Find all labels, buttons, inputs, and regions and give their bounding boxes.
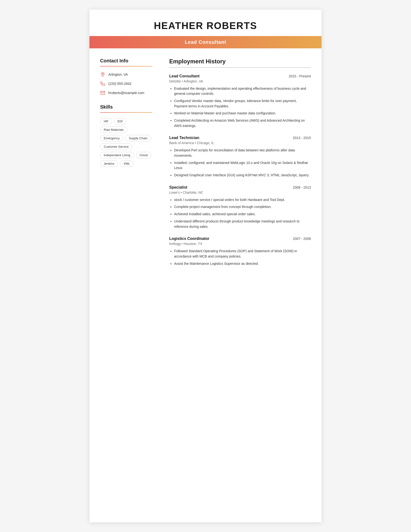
job-header: Lead Technician2013 - 2015 <box>169 136 311 140</box>
sidebar: Contact Info Arlington, VA <box>89 58 159 274</box>
skills-divider <box>100 112 152 113</box>
phone-icon <box>100 81 105 86</box>
contact-divider <box>100 66 152 66</box>
job-entry: Logistics Coordinator2007 - 2008Kellogg … <box>169 237 311 266</box>
job-bullets: stock / customer service / special order… <box>169 197 311 229</box>
job-bullet: Evaluated the design, implementation and… <box>174 86 311 96</box>
phone-value: (220) 555-2842 <box>108 82 131 86</box>
location-icon <box>100 72 105 77</box>
skill-tag: Independent Living <box>100 152 134 158</box>
employment-section-title: Employment History <box>169 58 311 65</box>
contact-phone: (220) 555-2842 <box>100 81 152 86</box>
job-dates: 2013 - 2015 <box>293 136 311 140</box>
candidate-title: Lead Consultant <box>185 39 226 45</box>
jobs-container: Lead Consultant2015 - PresentDeloitte • … <box>169 74 311 266</box>
job-bullet: Developed Perl scripts for reconciliatio… <box>174 148 311 158</box>
job-entry: Specialist2008 - 2013Lowe's • Charlotte,… <box>169 185 311 229</box>
location-value: Arlington, VA <box>108 73 128 76</box>
job-bullet: stock / customer service / special order… <box>174 197 311 203</box>
job-bullets: Developed Perl scripts for reconciliatio… <box>169 148 311 178</box>
job-title: Specialist <box>169 185 187 190</box>
job-header: Logistics Coordinator2007 - 2008 <box>169 237 311 241</box>
skill-tag: Jenkins <box>100 160 118 167</box>
resume-container: HEATHER ROBERTS Lead Consultant Contact … <box>89 10 322 522</box>
job-bullet: Understand different products through pr… <box>174 219 311 229</box>
job-company: Deloitte • Arlington, VA <box>169 79 311 83</box>
job-bullet: Installed, configured, and maintained We… <box>174 160 311 171</box>
title-bar: Lead Consultant <box>89 36 322 48</box>
job-entry: Lead Consultant2015 - PresentDeloitte • … <box>169 74 311 129</box>
skill-tag: Raw Materials <box>100 126 127 133</box>
job-dates: 2015 - Present <box>289 74 311 78</box>
job-header: Lead Consultant2015 - Present <box>169 74 311 78</box>
email-icon <box>100 90 105 95</box>
job-company: Lowe's • Charlotte, NC <box>169 190 311 194</box>
job-bullets: Followed Standard Operating Procedures (… <box>169 249 311 266</box>
job-bullet: Worked on Material Master and purchase m… <box>174 111 311 116</box>
job-company: Kellogg • Houston, TX <box>169 242 311 246</box>
main-content: Employment History Lead Consultant2015 -… <box>159 58 322 274</box>
skill-tag: Customer Service <box>100 143 132 150</box>
contact-email: hroberts@example.com <box>100 90 152 95</box>
skill-tag: XML <box>120 160 134 167</box>
email-value: hroberts@example.com <box>108 91 144 95</box>
skill-tag: Emergency <box>100 135 123 142</box>
job-bullet: Achieved installed sales, achieved speci… <box>174 212 311 217</box>
job-bullet: Assist the Maintenance Logistics Supervi… <box>174 261 311 266</box>
header-section: HEATHER ROBERTS <box>89 10 322 31</box>
job-header: Specialist2008 - 2013 <box>169 185 311 190</box>
svg-point-0 <box>102 73 103 74</box>
employment-divider <box>169 67 311 68</box>
job-title: Lead Consultant <box>169 74 199 78</box>
job-bullet: Configured Vendor master data, Vendor gr… <box>174 98 311 109</box>
job-title: Logistics Coordinator <box>169 237 209 241</box>
job-title: Lead Technician <box>169 136 199 140</box>
contact-section-title: Contact Info <box>100 58 152 64</box>
skill-tag: Cloud <box>136 152 151 158</box>
job-bullet: Completed Architecting on Amazon Web Ser… <box>174 118 311 128</box>
job-bullets: Evaluated the design, implementation and… <box>169 86 311 129</box>
body-section: Contact Info Arlington, VA <box>89 48 322 283</box>
skill-tag: EDI <box>114 118 126 124</box>
job-bullet: Followed Standard Operating Procedures (… <box>174 249 311 259</box>
job-dates: 2007 - 2008 <box>293 237 311 241</box>
skill-tags-container: HREDIRaw MaterialsEmergencySupply ChainC… <box>100 118 152 167</box>
skills-section: Skills HREDIRaw MaterialsEmergencySupply… <box>100 104 152 167</box>
job-bullet: Complete project management from concept… <box>174 204 311 210</box>
skill-tag: HR <box>100 118 112 124</box>
job-entry: Lead Technician2013 - 2015Bank of Americ… <box>169 136 311 178</box>
job-dates: 2008 - 2013 <box>293 185 311 189</box>
candidate-name: HEATHER ROBERTS <box>99 20 312 31</box>
job-company: Bank of America • Chicago, IL <box>169 141 311 145</box>
skills-section-title: Skills <box>100 104 152 110</box>
contact-location: Arlington, VA <box>100 72 152 77</box>
job-bullet: Designed Graphical User Interface (GUI) … <box>174 173 311 178</box>
skill-tag: Supply Chain <box>125 135 151 142</box>
